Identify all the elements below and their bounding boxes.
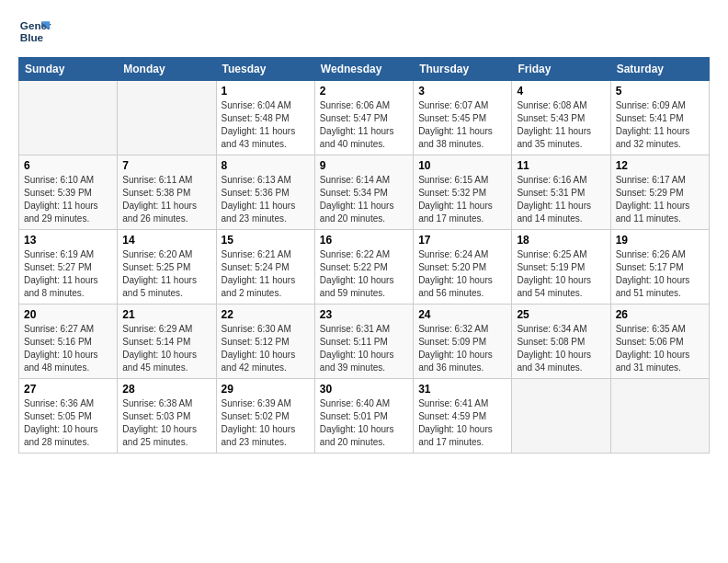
calendar-cell: 20Sunrise: 6:27 AM Sunset: 5:16 PM Dayli… bbox=[19, 304, 118, 379]
day-info: Sunrise: 6:15 AM Sunset: 5:32 PM Dayligh… bbox=[418, 174, 506, 225]
calendar-cell: 1Sunrise: 6:04 AM Sunset: 5:48 PM Daylig… bbox=[216, 81, 314, 155]
day-info: Sunrise: 6:34 AM Sunset: 5:08 PM Dayligh… bbox=[517, 323, 605, 374]
day-number: 25 bbox=[517, 308, 605, 321]
header: General Blue bbox=[18, 15, 710, 48]
calendar-cell bbox=[512, 379, 610, 454]
calendar-cell: 13Sunrise: 6:19 AM Sunset: 5:27 PM Dayli… bbox=[19, 230, 118, 304]
calendar-cell: 15Sunrise: 6:21 AM Sunset: 5:24 PM Dayli… bbox=[216, 230, 314, 304]
calendar-cell bbox=[610, 379, 709, 454]
day-info: Sunrise: 6:41 AM Sunset: 4:59 PM Dayligh… bbox=[418, 397, 506, 449]
day-number: 10 bbox=[418, 159, 506, 172]
day-number: 9 bbox=[320, 159, 408, 172]
calendar-cell: 7Sunrise: 6:11 AM Sunset: 5:38 PM Daylig… bbox=[118, 155, 216, 230]
calendar-week-row: 13Sunrise: 6:19 AM Sunset: 5:27 PM Dayli… bbox=[19, 230, 710, 304]
calendar-cell: 9Sunrise: 6:14 AM Sunset: 5:34 PM Daylig… bbox=[314, 155, 413, 230]
day-info: Sunrise: 6:36 AM Sunset: 5:05 PM Dayligh… bbox=[24, 397, 112, 449]
calendar-cell: 5Sunrise: 6:09 AM Sunset: 5:41 PM Daylig… bbox=[610, 81, 709, 155]
calendar-cell: 16Sunrise: 6:22 AM Sunset: 5:22 PM Dayli… bbox=[314, 230, 413, 304]
calendar-cell: 14Sunrise: 6:20 AM Sunset: 5:25 PM Dayli… bbox=[118, 230, 216, 304]
day-number: 8 bbox=[222, 159, 310, 172]
calendar-cell: 3Sunrise: 6:07 AM Sunset: 5:45 PM Daylig… bbox=[414, 81, 512, 155]
calendar-cell: 10Sunrise: 6:15 AM Sunset: 5:32 PM Dayli… bbox=[414, 155, 512, 230]
day-info: Sunrise: 6:16 AM Sunset: 5:31 PM Dayligh… bbox=[517, 174, 605, 225]
calendar: SundayMondayTuesdayWednesdayThursdayFrid… bbox=[18, 57, 710, 454]
day-number: 5 bbox=[616, 85, 704, 98]
calendar-cell: 23Sunrise: 6:31 AM Sunset: 5:11 PM Dayli… bbox=[314, 304, 413, 379]
day-number: 18 bbox=[517, 234, 605, 247]
day-info: Sunrise: 6:11 AM Sunset: 5:38 PM Dayligh… bbox=[122, 174, 210, 225]
day-info: Sunrise: 6:10 AM Sunset: 5:39 PM Dayligh… bbox=[24, 174, 112, 225]
day-number: 12 bbox=[616, 159, 704, 172]
day-number: 30 bbox=[320, 383, 408, 396]
day-info: Sunrise: 6:21 AM Sunset: 5:24 PM Dayligh… bbox=[222, 248, 310, 300]
calendar-cell: 8Sunrise: 6:13 AM Sunset: 5:36 PM Daylig… bbox=[216, 155, 314, 230]
day-info: Sunrise: 6:17 AM Sunset: 5:29 PM Dayligh… bbox=[616, 174, 704, 225]
day-info: Sunrise: 6:27 AM Sunset: 5:16 PM Dayligh… bbox=[24, 323, 112, 374]
day-info: Sunrise: 6:14 AM Sunset: 5:34 PM Dayligh… bbox=[320, 174, 408, 225]
calendar-week-row: 27Sunrise: 6:36 AM Sunset: 5:05 PM Dayli… bbox=[19, 379, 710, 454]
calendar-cell: 11Sunrise: 6:16 AM Sunset: 5:31 PM Dayli… bbox=[512, 155, 610, 230]
calendar-cell bbox=[118, 81, 216, 155]
logo-icon: General Blue bbox=[18, 15, 51, 48]
day-number: 23 bbox=[320, 308, 408, 321]
day-info: Sunrise: 6:24 AM Sunset: 5:20 PM Dayligh… bbox=[418, 248, 506, 300]
calendar-week-row: 1Sunrise: 6:04 AM Sunset: 5:48 PM Daylig… bbox=[19, 81, 710, 155]
day-number: 15 bbox=[222, 234, 310, 247]
day-number: 22 bbox=[222, 308, 310, 321]
day-number: 2 bbox=[320, 85, 408, 98]
day-info: Sunrise: 6:31 AM Sunset: 5:11 PM Dayligh… bbox=[320, 323, 408, 374]
day-number: 1 bbox=[222, 85, 310, 98]
calendar-cell: 31Sunrise: 6:41 AM Sunset: 4:59 PM Dayli… bbox=[414, 379, 512, 454]
weekday-header-wednesday: Wednesday bbox=[314, 58, 413, 81]
calendar-cell: 4Sunrise: 6:08 AM Sunset: 5:43 PM Daylig… bbox=[512, 81, 610, 155]
day-info: Sunrise: 6:07 AM Sunset: 5:45 PM Dayligh… bbox=[418, 99, 506, 151]
day-info: Sunrise: 6:13 AM Sunset: 5:36 PM Dayligh… bbox=[222, 174, 310, 225]
calendar-cell: 6Sunrise: 6:10 AM Sunset: 5:39 PM Daylig… bbox=[19, 155, 118, 230]
day-info: Sunrise: 6:39 AM Sunset: 5:02 PM Dayligh… bbox=[222, 397, 310, 449]
calendar-cell: 22Sunrise: 6:30 AM Sunset: 5:12 PM Dayli… bbox=[216, 304, 314, 379]
calendar-week-row: 6Sunrise: 6:10 AM Sunset: 5:39 PM Daylig… bbox=[19, 155, 710, 230]
day-info: Sunrise: 6:08 AM Sunset: 5:43 PM Dayligh… bbox=[517, 99, 605, 151]
weekday-header-saturday: Saturday bbox=[610, 58, 709, 81]
weekday-header-row: SundayMondayTuesdayWednesdayThursdayFrid… bbox=[19, 58, 710, 81]
day-number: 6 bbox=[24, 159, 112, 172]
day-number: 26 bbox=[616, 308, 704, 321]
day-info: Sunrise: 6:40 AM Sunset: 5:01 PM Dayligh… bbox=[320, 397, 408, 449]
day-info: Sunrise: 6:38 AM Sunset: 5:03 PM Dayligh… bbox=[122, 397, 210, 449]
page: General Blue SundayMondayTuesdayWednesda… bbox=[0, 0, 728, 563]
svg-text:Blue: Blue bbox=[20, 31, 44, 43]
calendar-cell: 2Sunrise: 6:06 AM Sunset: 5:47 PM Daylig… bbox=[314, 81, 413, 155]
day-info: Sunrise: 6:20 AM Sunset: 5:25 PM Dayligh… bbox=[122, 248, 210, 300]
calendar-cell: 27Sunrise: 6:36 AM Sunset: 5:05 PM Dayli… bbox=[19, 379, 118, 454]
calendar-cell: 18Sunrise: 6:25 AM Sunset: 5:19 PM Dayli… bbox=[512, 230, 610, 304]
day-number: 16 bbox=[320, 234, 408, 247]
day-number: 17 bbox=[418, 234, 506, 247]
day-number: 29 bbox=[222, 383, 310, 396]
day-number: 7 bbox=[122, 159, 210, 172]
day-info: Sunrise: 6:26 AM Sunset: 5:17 PM Dayligh… bbox=[616, 248, 704, 300]
day-info: Sunrise: 6:29 AM Sunset: 5:14 PM Dayligh… bbox=[122, 323, 210, 374]
day-info: Sunrise: 6:19 AM Sunset: 5:27 PM Dayligh… bbox=[24, 248, 112, 300]
calendar-cell: 26Sunrise: 6:35 AM Sunset: 5:06 PM Dayli… bbox=[610, 304, 709, 379]
calendar-cell: 24Sunrise: 6:32 AM Sunset: 5:09 PM Dayli… bbox=[414, 304, 512, 379]
day-info: Sunrise: 6:04 AM Sunset: 5:48 PM Dayligh… bbox=[222, 99, 310, 151]
calendar-cell: 25Sunrise: 6:34 AM Sunset: 5:08 PM Dayli… bbox=[512, 304, 610, 379]
calendar-week-row: 20Sunrise: 6:27 AM Sunset: 5:16 PM Dayli… bbox=[19, 304, 710, 379]
day-info: Sunrise: 6:22 AM Sunset: 5:22 PM Dayligh… bbox=[320, 248, 408, 300]
calendar-cell: 30Sunrise: 6:40 AM Sunset: 5:01 PM Dayli… bbox=[314, 379, 413, 454]
calendar-cell: 29Sunrise: 6:39 AM Sunset: 5:02 PM Dayli… bbox=[216, 379, 314, 454]
day-number: 14 bbox=[122, 234, 210, 247]
day-info: Sunrise: 6:25 AM Sunset: 5:19 PM Dayligh… bbox=[517, 248, 605, 300]
day-number: 19 bbox=[616, 234, 704, 247]
day-number: 24 bbox=[418, 308, 506, 321]
calendar-cell: 17Sunrise: 6:24 AM Sunset: 5:20 PM Dayli… bbox=[414, 230, 512, 304]
weekday-header-monday: Monday bbox=[118, 58, 216, 81]
day-number: 11 bbox=[517, 159, 605, 172]
day-info: Sunrise: 6:35 AM Sunset: 5:06 PM Dayligh… bbox=[616, 323, 704, 374]
day-number: 4 bbox=[517, 85, 605, 98]
day-number: 3 bbox=[418, 85, 506, 98]
day-number: 31 bbox=[418, 383, 506, 396]
calendar-cell: 19Sunrise: 6:26 AM Sunset: 5:17 PM Dayli… bbox=[610, 230, 709, 304]
calendar-cell: 28Sunrise: 6:38 AM Sunset: 5:03 PM Dayli… bbox=[118, 379, 216, 454]
calendar-cell bbox=[19, 81, 118, 155]
